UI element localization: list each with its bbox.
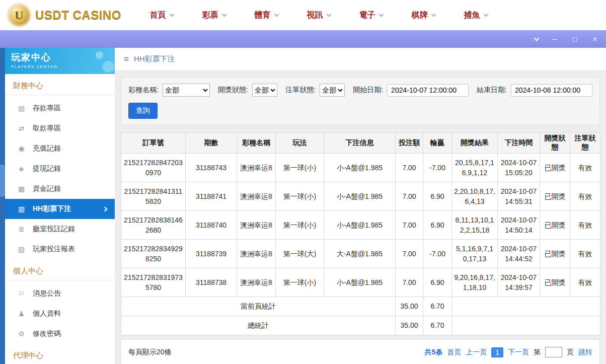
end-date-input[interactable]: [511, 84, 592, 97]
sidebar-item-withdraw[interactable]: ⇄ 取款專區: [5, 118, 115, 138]
cell-draw-status: 已開獎: [540, 211, 570, 240]
sidebar-item-player-bet-report[interactable]: ▨ 玩家投注報表: [5, 239, 115, 259]
funds-icon: ▦: [17, 185, 26, 193]
close-button[interactable]: ×: [591, 36, 599, 43]
chevron-right-icon: [103, 206, 108, 211]
nav-item-label: 首頁: [150, 10, 166, 21]
main-navigation: 首頁 彩票 體育 視訊 電子 棋牌: [135, 10, 502, 21]
cell-bet-info: 小-A盤@1.985: [324, 154, 396, 182]
maximize-button[interactable]: □: [571, 36, 579, 43]
sidebar-item-cashout-records[interactable]: ◈ 提現記錄: [5, 159, 115, 179]
cell-draw-status: 已開獎: [540, 240, 570, 268]
current-page-button[interactable]: 1: [491, 347, 503, 357]
chevron-down-icon: [169, 12, 174, 17]
end-date-label: 結束日期:: [477, 86, 507, 95]
sidebar-item-hall-bet-records[interactable]: ≣ 廳室投註記錄: [5, 219, 115, 239]
top-header: U USDT CASINO 首頁 彩票 體育 視訊: [0, 0, 606, 30]
section-heading-personal: 個人中心: [5, 259, 115, 280]
jump-prefix-label: 第: [534, 348, 541, 357]
nav-item-live-video[interactable]: 視訊: [292, 10, 345, 21]
cell-bet-status: 有效: [570, 182, 600, 211]
prev-page-link[interactable]: 上一页: [466, 348, 487, 357]
lottery-name-select[interactable]: 全部: [163, 84, 210, 97]
sidebar-item-recharge-records[interactable]: ◉ 充值記錄: [5, 138, 115, 159]
chevron-down-icon: [221, 12, 226, 17]
sidebar-item-label: HH彩票下注: [33, 204, 71, 213]
cell-bet-status: 有效: [570, 211, 600, 240]
nav-item-home[interactable]: 首頁: [135, 10, 188, 21]
cell-bet-amount: 7.00: [396, 268, 423, 297]
sidebar-item-label: 修改密碼: [33, 329, 61, 338]
chevron-down-icon: [483, 12, 488, 17]
cell-bet-info: 小-A盤@1.985: [324, 211, 396, 240]
recharge-icon: ◉: [17, 144, 26, 153]
sidebar-item-hh-lottery-bets[interactable]: ▥ HH彩票下注: [5, 199, 115, 219]
sidebar-item-label: 取款專區: [33, 124, 61, 133]
sidebar-item-deposit[interactable]: ▤ 存款專區: [5, 98, 115, 118]
cell-draw-result: 9,20,16,8,17,1,18,10: [452, 268, 498, 297]
cell-draw-result: 5,1,16,9,7,10,17,13: [452, 240, 498, 268]
hamburger-menu-icon[interactable]: ≡: [124, 54, 129, 64]
cell-win-loss: -7.00: [423, 240, 452, 268]
user-icon: ♟: [17, 310, 26, 318]
jump-button[interactable]: 跳转: [578, 348, 592, 357]
pagination: 共5条 首页 上一页 1 下一页 第 页 跳转: [424, 347, 592, 357]
nav-item-fishing[interactable]: 捕魚: [449, 10, 502, 21]
sidebar-item-announcements[interactable]: ⚐ 消息公告: [5, 283, 115, 304]
nav-item-slots[interactable]: 電子: [345, 10, 397, 21]
page-jump-input[interactable]: [545, 347, 562, 357]
sidebar-item-label: 提現記錄: [33, 164, 61, 173]
cell-period: 31188743: [186, 154, 237, 182]
report-icon: ▨: [17, 245, 26, 253]
column-header: 開獎狀態: [540, 133, 570, 154]
column-header: 輸贏: [423, 133, 452, 154]
sidebar-item-change-password[interactable]: ⚙ 修改密碼: [5, 324, 115, 344]
start-date-input[interactable]: [387, 84, 469, 97]
next-page-link[interactable]: 下一页: [508, 348, 529, 357]
sidebar-drag-tab[interactable]: [0, 165, 5, 197]
cell-bet-time: 2024-10-07 15:05:20: [498, 154, 540, 182]
table-footer-bar: 每頁顯示20條 共5条 首页 上一页 1 下一页 第 页 跳转: [121, 339, 600, 364]
cell-period: 31188740: [186, 211, 237, 240]
sidebar-subtitle: PLAYERS CENTER: [11, 64, 109, 69]
page-title: HH彩票下注: [134, 54, 175, 64]
site-logo[interactable]: U USDT CASINO: [8, 4, 121, 26]
total-summary-row: 總統計 35.00 6.70: [121, 316, 600, 335]
cell-bet-amount: 7.00: [396, 240, 423, 268]
nav-item-label: 彩票: [202, 10, 218, 21]
minimize-button[interactable]: ─: [551, 36, 559, 43]
page-summary-empty: [452, 297, 600, 316]
table-row: 2152172828349298250 31188739 澳洲幸运8 第一球(大…: [121, 240, 600, 268]
sidebar: 玩家中心 PLAYERS CENTER 財務中心 ▤ 存款專區 ⇄ 取款專區: [5, 48, 115, 364]
first-page-link[interactable]: 首页: [447, 348, 461, 357]
nav-item-sports[interactable]: 體育: [240, 10, 292, 21]
cell-win-loss: 6.90: [423, 182, 452, 211]
cell-draw-status: 已開獎: [540, 182, 570, 211]
personal-menu: ⚐ 消息公告 ♟ 個人資料 ⚙ 修改密碼: [5, 283, 115, 344]
column-header: 投注額: [396, 133, 423, 154]
cell-lottery-name: 澳洲幸运8: [237, 240, 276, 268]
sidebar-item-label: 廳室投註記錄: [33, 225, 75, 234]
draw-status-select[interactable]: 全部: [252, 84, 277, 97]
cell-bet-status: 有效: [570, 154, 600, 182]
nav-item-lottery[interactable]: 彩票: [188, 10, 240, 21]
jump-suffix-label: 页: [567, 348, 574, 357]
draw-status-label: 開獎狀態:: [218, 86, 248, 95]
sidebar-item-fund-records[interactable]: ▦ 資金記錄: [5, 179, 115, 199]
cell-period: 31188739: [186, 240, 237, 268]
search-button[interactable]: 查詢: [128, 103, 158, 119]
table-body: 2152172828472030970 31188743 澳洲幸运8 第一球(小…: [121, 154, 600, 297]
table-row: 2152172828319735780 31188738 澳洲幸运8 第一球(小…: [121, 268, 600, 297]
page-summary-amount: 35.00: [396, 297, 423, 316]
bet-status-select[interactable]: 全部: [320, 84, 345, 97]
cell-lottery-name: 澳洲幸运8: [237, 211, 276, 240]
withdraw-icon: ⇄: [17, 124, 26, 132]
sidebar-item-label: 充值記錄: [33, 144, 61, 153]
cell-play-type: 第一球(小): [276, 154, 324, 182]
sidebar-item-profile[interactable]: ♟ 個人資料: [5, 304, 115, 324]
collapse-chevron-icon[interactable]: [534, 35, 539, 41]
total-summary-amount: 35.00: [396, 316, 423, 335]
cell-period: 31188738: [186, 268, 237, 297]
nav-item-board-games[interactable]: 棋牌: [397, 10, 449, 21]
cashout-icon: ◈: [17, 165, 26, 173]
